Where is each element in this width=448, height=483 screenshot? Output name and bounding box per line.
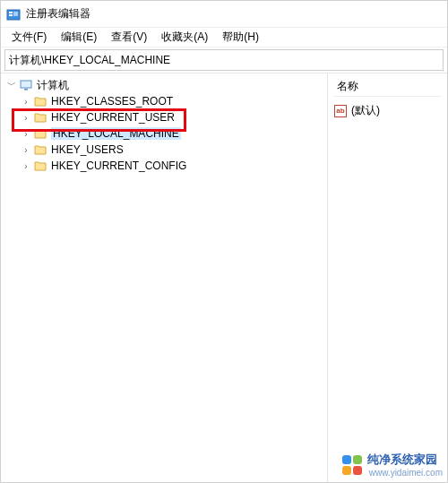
chevron-right-icon[interactable]: ›	[21, 144, 31, 155]
tree-item-label: HKEY_USERS	[51, 143, 124, 156]
reg-string-icon: ab	[333, 104, 348, 118]
watermark-text: 纯净系统家园	[367, 452, 443, 468]
folder-icon	[33, 142, 47, 157]
titlebar: 注册表编辑器	[1, 1, 447, 28]
address-bar[interactable]: 计算机\HKEY_LOCAL_MACHINE	[4, 49, 444, 71]
folder-icon	[33, 94, 47, 108]
menu-favorites[interactable]: 收藏夹(A)	[154, 28, 215, 47]
regedit-icon	[6, 7, 21, 22]
chevron-right-icon[interactable]: ›	[21, 160, 31, 171]
tree-item-hkcc[interactable]: › HKEY_CURRENT_CONFIG	[21, 158, 327, 174]
value-row-default[interactable]: ab (默认)	[333, 102, 442, 119]
chevron-down-icon[interactable]: ﹀	[6, 80, 17, 91]
menu-edit[interactable]: 编辑(E)	[54, 28, 104, 47]
tree-item-label: HKEY_CURRENT_CONFIG	[51, 160, 186, 172]
tree-item-label: HKEY_CLASSES_ROOT	[51, 95, 173, 108]
tree-item-label: HKEY_CURRENT_USER	[51, 111, 175, 124]
window-title: 注册表编辑器	[26, 6, 90, 22]
svg-rect-1	[9, 12, 13, 13]
tree-item-hkcr[interactable]: › HKEY_CLASSES_ROOT	[21, 93, 327, 109]
folder-icon	[33, 110, 47, 125]
folder-icon	[33, 126, 47, 141]
registry-tree: ﹀ 计算机 › HKEY_CLASSES_ROOT	[4, 77, 327, 174]
tree-item-label: HKEY_LOCAL_MACHINE	[51, 127, 181, 140]
tree-item-hku[interactable]: › HKEY_USERS	[21, 142, 327, 158]
column-header-name[interactable]: 名称	[333, 77, 442, 97]
menu-file[interactable]: 文件(F)	[4, 28, 54, 47]
watermark-url: www.yidaimei.com	[369, 468, 443, 478]
tree-item-hkcu[interactable]: › HKEY_CURRENT_USER	[21, 109, 327, 125]
computer-icon	[19, 78, 33, 92]
chevron-right-icon[interactable]: ›	[21, 96, 31, 107]
menu-view[interactable]: 查看(V)	[104, 28, 154, 47]
watermark-text-block: 纯净系统家园 www.yidaimei.com	[367, 452, 443, 478]
svg-rect-4	[21, 81, 31, 88]
content-area: ﹀ 计算机 › HKEY_CLASSES_ROOT	[1, 73, 447, 482]
tree-pane: ﹀ 计算机 › HKEY_CLASSES_ROOT	[1, 73, 328, 482]
window: 注册表编辑器 文件(F) 编辑(E) 查看(V) 收藏夹(A) 帮助(H) 计算…	[0, 0, 448, 483]
folder-icon	[33, 159, 47, 173]
watermark-logo-icon	[342, 455, 362, 475]
watermark: 纯净系统家园 www.yidaimei.com	[342, 452, 443, 478]
chevron-right-icon[interactable]: ›	[21, 112, 31, 123]
menu-help[interactable]: 帮助(H)	[215, 28, 266, 47]
tree-root-label: 计算机	[37, 78, 69, 93]
tree-item-hklm[interactable]: › HKEY_LOCAL_MACHINE	[21, 125, 327, 142]
chevron-right-icon[interactable]: ›	[21, 128, 31, 139]
menubar: 文件(F) 编辑(E) 查看(V) 收藏夹(A) 帮助(H)	[1, 28, 447, 47]
svg-rect-5	[24, 89, 28, 91]
address-text: 计算机\HKEY_LOCAL_MACHINE	[9, 53, 170, 68]
values-pane: 名称 ab (默认)	[328, 73, 447, 482]
tree-root-computer[interactable]: ﹀ 计算机	[6, 77, 327, 93]
svg-rect-3	[13, 12, 18, 16]
svg-rect-2	[9, 14, 13, 16]
value-name: (默认)	[351, 103, 380, 118]
